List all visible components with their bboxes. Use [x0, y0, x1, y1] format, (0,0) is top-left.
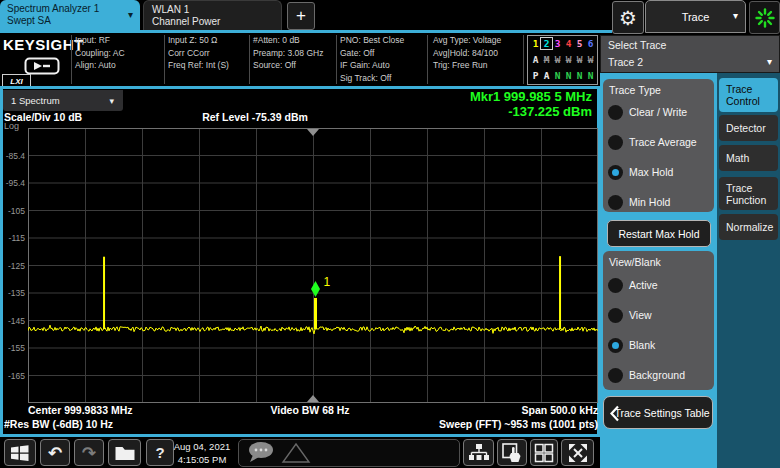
header-setting: Preamp: 3.08 GHz [253, 47, 323, 60]
group-title: Trace Type [603, 79, 714, 96]
undo-icon: ↶ [48, 443, 62, 463]
spectrum-analyzer-app: Spectrum Analyzer 1 Swept SA ▾ WLAN 1 Ch… [0, 0, 780, 468]
file-button[interactable] [108, 439, 141, 466]
chevron-down-icon: ▾ [128, 9, 133, 21]
option-label: Background [629, 369, 685, 381]
add-tab-button[interactable]: + [287, 2, 315, 30]
header-setting: Sig Track: Off [340, 72, 404, 85]
video-bw-label[interactable]: Video BW 68 Hz [160, 404, 460, 416]
header-setting: #Atten: 0 dB [253, 34, 323, 47]
chevron-down-icon: ▾ [733, 10, 738, 21]
legend-row-detectors: PANNNN [528, 67, 597, 83]
trace-menu-label: Trace [682, 11, 710, 23]
windows-start-button[interactable] [4, 439, 36, 466]
option-label: Max Hold [629, 166, 673, 178]
window-selector-label: 1 Spectrum [11, 95, 60, 106]
header-setting: Input Z: 50 Ω [168, 34, 229, 47]
header-column-3: #Atten: 0 dBPreamp: 3.08 GHzSource: Off [253, 34, 323, 72]
tab-detector[interactable]: Detector [719, 115, 778, 141]
radio-icon [608, 135, 623, 150]
tab-trace-control[interactable]: Trace Control [719, 78, 778, 112]
header-separator [336, 35, 337, 84]
accent-divider [0, 30, 612, 33]
tab-subtitle: Swept SA [7, 15, 140, 27]
marker-readout-amplitude[interactable]: -137.225 dBm [350, 104, 592, 119]
legend-trace-number: 5 [574, 38, 585, 49]
chevron-down-icon: ▾ [767, 56, 772, 67]
y-axis-label: -85.4 [0, 151, 25, 161]
select-trace-value: Trace 2 [608, 56, 643, 68]
datetime-display: Aug 04, 2021 4:15:05 PM [167, 440, 237, 466]
option-label: Min Hold [629, 196, 670, 208]
tab-trace-function[interactable]: Trace Function [719, 177, 778, 210]
ref-level-label[interactable]: Ref Level -75.39 dBm [130, 111, 380, 123]
spectrum-plot: 1 [28, 128, 598, 403]
tab-math[interactable]: Math [719, 145, 778, 171]
option-blank[interactable]: Blank [608, 330, 655, 360]
node-diagram-icon [468, 443, 490, 463]
span-label[interactable]: Span 500.0 kHz [430, 404, 598, 416]
y-axis-label: -125 [0, 261, 25, 271]
tab-spectrum-analyzer-1[interactable]: Spectrum Analyzer 1 Swept SA ▾ [0, 0, 140, 30]
header-separator [164, 35, 165, 84]
option-view[interactable]: View [608, 300, 652, 330]
legend-trace-type: W [563, 54, 574, 65]
select-trace-label: Select Trace [608, 39, 666, 51]
undo-button[interactable]: ↶ [40, 439, 70, 466]
header-setting: Align: Auto [75, 59, 125, 72]
sweep-label[interactable]: Sweep (FFT) ~953 ms (1001 pts) [330, 418, 598, 430]
option-trace-average[interactable]: Trace Average [608, 127, 697, 157]
select-trace-dropdown[interactable]: Select Trace Trace 2 ▾ [600, 35, 780, 73]
chevron-down-icon: ▾ [109, 96, 114, 106]
header-setting: Corr CCorr [168, 47, 229, 60]
speech-bubble-icon [245, 440, 281, 466]
legend-row-types: AMWWWW [528, 51, 597, 67]
window-selector-dropdown[interactable]: 1 Spectrum ▾ [3, 90, 123, 111]
legend-trace-number: 3 [552, 38, 563, 49]
marker-readout-frequency[interactable]: Mkr1 999.985 5 MHz [350, 89, 592, 104]
redo-button[interactable]: ↷ [74, 439, 104, 466]
option-max-hold[interactable]: Max Hold [608, 157, 673, 187]
res-bw-label[interactable]: #Res BW (-6dB) 10 Hz [4, 418, 113, 430]
legend-row-numbers: 123456 [528, 36, 597, 51]
header-column-5: Avg Type: VoltageAvg|Hold: 84/100Trig: F… [433, 34, 501, 72]
sequence-setup-button[interactable] [463, 439, 494, 466]
y-axis-label: -135 [0, 288, 25, 298]
header-setting: Freq Ref: Int (S) [168, 59, 229, 72]
trace-menu-dropdown[interactable]: Trace ▾ [645, 0, 746, 33]
option-clear-write[interactable]: Clear / Write [608, 97, 687, 127]
header-setting: Trig: Free Run [433, 59, 501, 72]
tab-wlan-1[interactable]: WLAN 1 Channel Power [143, 0, 282, 30]
date-text: Aug 04, 2021 [167, 440, 237, 453]
option-active[interactable]: Active [608, 270, 658, 300]
center-frequency-label[interactable]: Center 999.9833 MHz [28, 404, 132, 416]
window-border [0, 434, 600, 437]
window-layout-button[interactable] [530, 439, 558, 466]
restart-max-hold-button[interactable]: Restart Max Hold [607, 220, 711, 247]
legend-trace-detector: N [563, 70, 574, 81]
log-scale-label: Log [4, 121, 19, 131]
message-status-bar[interactable] [238, 439, 460, 467]
trace-type-group: Trace Type Clear / WriteTrace AverageMax… [603, 79, 714, 212]
radio-icon [608, 308, 623, 323]
touch-mode-button[interactable] [497, 439, 527, 466]
legend-trace-detector: N [552, 70, 563, 81]
legend-trace-type: M [541, 54, 552, 65]
legend-trace-detector: N [585, 70, 596, 81]
tab-normalize[interactable]: Normalize [719, 214, 778, 240]
option-label: Blank [629, 339, 655, 351]
trace-settings-table-button[interactable]: Trace Settings Table [603, 396, 713, 429]
fullscreen-button[interactable] [561, 439, 594, 466]
option-min-hold[interactable]: Min Hold [608, 187, 670, 217]
touch-hand-icon [501, 442, 523, 464]
option-background[interactable]: Background [608, 360, 685, 390]
y-axis-label: -105 [0, 206, 25, 216]
chevron-left-icon [610, 405, 619, 422]
expand-arrows-icon [567, 442, 589, 464]
panel-footer [600, 437, 717, 468]
folder-icon [114, 444, 136, 462]
header-separator [71, 35, 72, 84]
grid-2x2-icon [534, 443, 554, 463]
system-settings-button[interactable]: ⚙ [612, 1, 644, 34]
legend-trace-number: 6 [585, 38, 596, 49]
